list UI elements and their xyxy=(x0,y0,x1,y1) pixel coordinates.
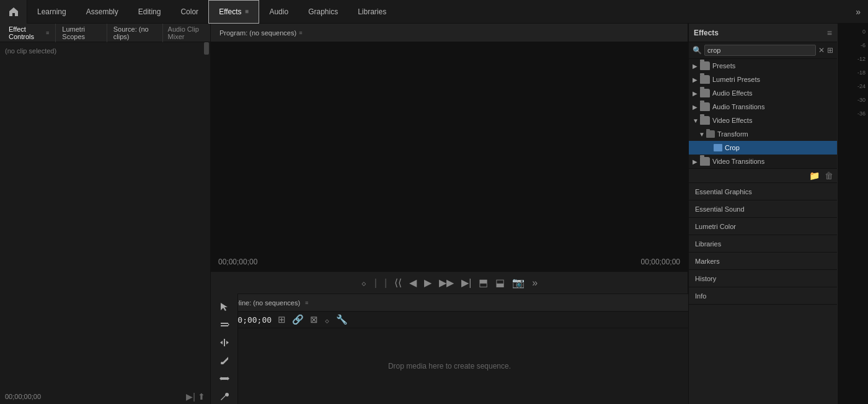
markers-panel[interactable]: Markers xyxy=(689,253,837,270)
insert-button[interactable]: ⬒ xyxy=(477,277,490,289)
timeline-toolbar: 00;00;00;00 ⊞ 🔗 ⊠ ⬦ 🔧 xyxy=(211,312,688,328)
effects-tree: ▶ Presets ▶ Lumetri Presets ▶ Audio Effe… xyxy=(689,59,837,168)
ripple-edit-tool-button[interactable] xyxy=(215,334,234,350)
tree-label: Presets xyxy=(712,62,735,70)
folder-icon xyxy=(700,75,710,84)
svg-marker-5 xyxy=(220,341,223,344)
svg-rect-4 xyxy=(224,339,225,346)
program-preview-content: 00;00;00;00 00;00;00;00 xyxy=(211,42,688,271)
search-clear-button[interactable]: ✕ xyxy=(818,46,825,55)
nav-learning[interactable]: Learning xyxy=(27,0,76,24)
timeline-settings-button[interactable]: ⊞ xyxy=(278,314,286,325)
timeline-linked-button[interactable]: ⊠ xyxy=(310,314,318,325)
timeline-left-toolbar xyxy=(211,294,238,404)
tree-item-crop[interactable]: Crop xyxy=(689,141,837,155)
svg-point-8 xyxy=(221,362,223,364)
timeline-panel: ✕ Timeline: (no sequences) ≡ 00;00;00;00… xyxy=(211,294,688,404)
essential-sound-panel[interactable]: Essential Sound xyxy=(689,200,837,218)
track-select-tool-button[interactable] xyxy=(215,316,234,332)
timeline-content: Drop media here to create sequence. xyxy=(211,328,688,404)
tab-lumetri-scopes[interactable]: Lumetri Scopes xyxy=(56,24,107,42)
svg-marker-6 xyxy=(226,341,229,344)
left-panel-timecode: 00;00;00;00 xyxy=(5,393,41,400)
audio-clip-mixer-tab[interactable]: Audio Clip Mixer xyxy=(168,25,208,40)
nav-audio[interactable]: Audio xyxy=(259,0,298,24)
timeline-menu-button[interactable]: ≡ xyxy=(305,300,308,306)
selection-tool-button[interactable] xyxy=(215,299,234,314)
tab-source[interactable]: Source: (no clips) xyxy=(107,24,163,42)
nav-effects[interactable]: Effects ≡ xyxy=(208,0,259,24)
svg-rect-1 xyxy=(221,323,228,324)
tree-item-presets[interactable]: ▶ Presets xyxy=(689,59,837,73)
program-menu[interactable]: ≡ xyxy=(299,30,302,36)
home-button[interactable] xyxy=(0,0,27,24)
nav-graphics[interactable]: Graphics xyxy=(298,0,348,24)
overwrite-button[interactable]: ⬓ xyxy=(494,277,507,289)
timeline-wrench-button[interactable]: 🔧 xyxy=(336,314,348,325)
chevron-right-icon: ▶ xyxy=(693,158,700,165)
timeline-drop-text: Drop media here to create sequence. xyxy=(388,362,511,370)
wrench-tool-button[interactable] xyxy=(215,388,234,404)
step-back-button[interactable]: ◀ xyxy=(407,277,418,289)
search-icon: 🔍 xyxy=(693,46,702,55)
timeline-marker-button[interactable]: ⬦ xyxy=(324,315,330,325)
go-to-out-button[interactable]: ▶| xyxy=(459,277,473,289)
svg-marker-0 xyxy=(221,303,228,311)
effects-footer: 📁 🗑 xyxy=(689,168,837,182)
new-folder-button[interactable]: 📁 xyxy=(809,171,820,181)
delete-button[interactable]: 🗑 xyxy=(825,171,833,181)
effects-panel-menu[interactable]: ≡ xyxy=(827,28,832,38)
effect-controls-menu[interactable]: ≡ xyxy=(46,30,49,36)
tree-item-video-transitions[interactable]: ▶ Video Transitions xyxy=(689,155,837,168)
svg-marker-3 xyxy=(228,323,229,326)
center-area: Program: (no sequences) ≡ 00;00;00;00 00… xyxy=(211,24,688,404)
razor-tool-button[interactable] xyxy=(215,352,234,368)
tree-label: Video Effects xyxy=(712,117,752,124)
tab-effect-controls[interactable]: Effect Controls ≡ xyxy=(2,24,56,42)
more-controls[interactable]: » xyxy=(530,277,539,289)
folder-icon xyxy=(700,61,710,70)
effects-search-input[interactable] xyxy=(704,45,816,56)
timeline-snap-button[interactable]: 🔗 xyxy=(292,314,304,325)
play-button[interactable]: ▶ xyxy=(422,277,433,289)
meter-mark-0: 0 xyxy=(838,25,868,38)
divider-2: | xyxy=(383,277,389,289)
slip-tool-button[interactable] xyxy=(215,370,234,386)
nav-more-button[interactable]: » xyxy=(848,7,868,17)
essential-graphics-panel[interactable]: Essential Graphics xyxy=(689,183,837,200)
effects-nav-indicator: ≡ xyxy=(246,8,249,15)
nav-editing[interactable]: Editing xyxy=(128,0,171,24)
tree-item-lumetri-presets[interactable]: ▶ Lumetri Presets xyxy=(689,73,837,86)
play-to-out-button[interactable]: ▶| xyxy=(186,392,195,402)
export-button[interactable]: ⬆ xyxy=(198,392,205,402)
tab-program[interactable]: Program: (no sequences) ≡ xyxy=(213,24,308,42)
chevron-down-icon: ▼ xyxy=(693,117,700,124)
chevron-down-icon: ▼ xyxy=(699,131,706,138)
info-panel[interactable]: Info xyxy=(689,287,837,305)
history-panel[interactable]: History xyxy=(689,270,837,287)
mark-in-button[interactable]: ⬦ xyxy=(359,277,369,289)
svg-rect-9 xyxy=(221,377,228,380)
lumetri-color-panel[interactable]: Lumetri Color xyxy=(689,218,837,235)
go-to-in-button[interactable]: ⟨⟨ xyxy=(392,277,404,289)
nav-libraries[interactable]: Libraries xyxy=(348,0,396,24)
tree-item-transform[interactable]: ▼ Transform xyxy=(689,127,837,141)
tree-item-audio-transitions[interactable]: ▶ Audio Transitions xyxy=(689,100,837,114)
right-panel: Effects ≡ 🔍 ✕ ⊞ ▶ Presets ▶ xyxy=(688,24,837,404)
libraries-panel[interactable]: Libraries xyxy=(689,235,837,253)
left-panel-tabs: Effect Controls ≡ Lumetri Scopes Source:… xyxy=(0,24,210,42)
folder-icon xyxy=(700,89,710,97)
scroll-indicator[interactable] xyxy=(204,42,209,55)
side-panels: Essential Graphics Essential Sound Lumet… xyxy=(689,182,837,305)
chevron-right-icon: ▶ xyxy=(693,63,700,70)
meter-mark-6: -6 xyxy=(838,38,868,52)
meter-mark-36: -36 xyxy=(838,107,868,120)
effects-panel-header: Effects ≡ xyxy=(689,24,837,42)
search-settings-button[interactable]: ⊞ xyxy=(827,46,833,55)
nav-color[interactable]: Color xyxy=(170,0,208,24)
export-frame-button[interactable]: 📷 xyxy=(510,277,526,289)
tree-item-audio-effects[interactable]: ▶ Audio Effects xyxy=(689,86,837,100)
tree-item-video-effects[interactable]: ▼ Video Effects xyxy=(689,114,837,127)
nav-assembly[interactable]: Assembly xyxy=(76,0,128,24)
step-forward-button[interactable]: ▶▶ xyxy=(437,277,456,289)
